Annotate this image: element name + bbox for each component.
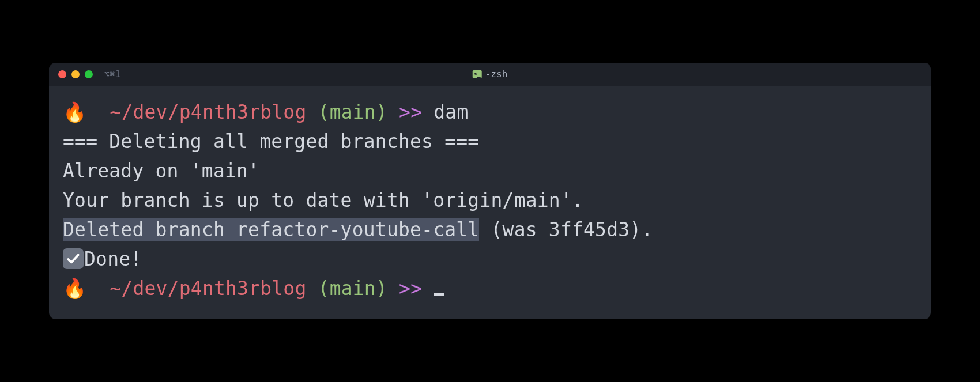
close-button[interactable] (58, 70, 66, 78)
prompt-path: ~/dev/p4nth3rblog (110, 277, 306, 300)
terminal-window: ⌥⌘1 >_ -zsh 🔥 ~/dev/p4nth3rblog (main) >… (49, 63, 931, 320)
prompt-branch: (main) (318, 101, 387, 123)
window-title-text: -zsh (485, 69, 508, 80)
terminal-icon: >_ (473, 70, 482, 78)
output-line: Your branch is up to date with 'origin/m… (63, 186, 917, 215)
terminal-body[interactable]: 🔥 ~/dev/p4nth3rblog (main) >> dam === De… (49, 86, 931, 320)
output-line: === Deleting all merged branches === (63, 127, 917, 156)
tab-label[interactable]: ⌥⌘1 (104, 69, 121, 80)
prompt-arrows: >> (399, 101, 422, 123)
fire-icon: 🔥 (63, 97, 86, 127)
prompt-line-1: 🔥 ~/dev/p4nth3rblog (main) >> dam (63, 97, 917, 127)
prompt-line-2: 🔥 ~/dev/p4nth3rblog (main) >> (63, 274, 917, 303)
prompt-path: ~/dev/p4nth3rblog (110, 101, 306, 123)
prompt-arrows: >> (399, 277, 422, 300)
fire-icon: 🔥 (63, 274, 86, 303)
minimize-button[interactable] (71, 70, 80, 78)
output-line: Deleted branch refactor-youtube-call (wa… (63, 215, 917, 244)
highlighted-text: Deleted branch refactor-youtube-call (63, 218, 479, 241)
cursor (434, 293, 444, 296)
window-title: >_ -zsh (473, 69, 508, 80)
output-line: Already on 'main' (63, 156, 917, 186)
command-input: dam (434, 101, 468, 123)
titlebar[interactable]: ⌥⌘1 >_ -zsh (49, 63, 931, 86)
output-done-line: Done! (63, 244, 917, 274)
prompt-branch: (main) (318, 277, 387, 300)
traffic-lights (58, 70, 93, 78)
checkmark-icon (63, 248, 84, 269)
output-text: (was 3ff45d3). (479, 218, 653, 241)
done-text: Done! (84, 248, 142, 270)
maximize-button[interactable] (85, 70, 93, 78)
